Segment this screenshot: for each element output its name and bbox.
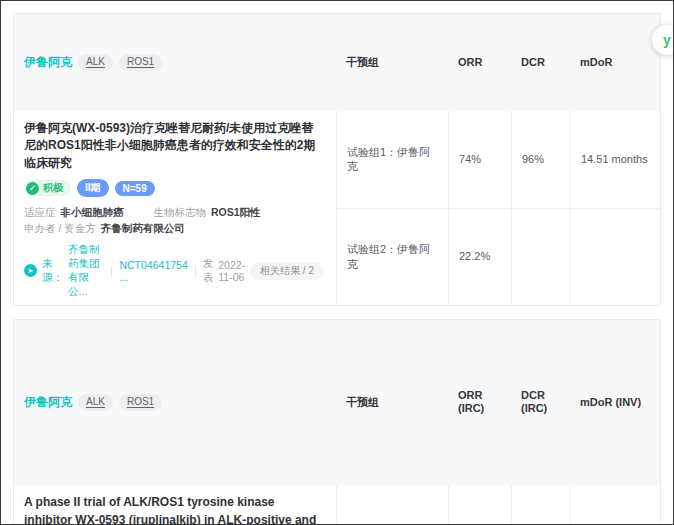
trial-summary: A phase II trial of ALK/ROS1 tyrosine ki… <box>14 485 336 525</box>
trial-title[interactable]: A phase II trial of ALK/ROS1 tyrosine ki… <box>24 494 324 525</box>
results-page: 伊鲁阿克 ALK ROS1 干预组 ORR DCR mDoR 伊鲁阿克(WX-0… <box>0 0 674 525</box>
related-results-badge[interactable]: 相关结果 / 2 <box>250 262 324 280</box>
cell-dcr: 96.6% <box>511 485 570 525</box>
result-badge: ✓ 积极 <box>24 180 71 196</box>
cell-group: 试验组2：伊鲁阿克 <box>336 208 448 305</box>
source-link[interactable]: 齐鲁制药集团有限公... <box>68 243 104 299</box>
column-header-orr: ORR (IRC) <box>448 320 511 486</box>
source-icon: ➤ <box>24 264 37 277</box>
biomarker-value: ROS1阳性 <box>211 204 261 220</box>
indication-row: 适应症 非小细胞肺癌 生物标志物 ROS1阳性 <box>24 204 324 220</box>
gene-tag[interactable]: ROS1 <box>119 54 162 71</box>
gene-tag[interactable]: ALK <box>78 394 113 411</box>
indication-label: 适应症 <box>24 204 56 220</box>
cell-mdor: 13.1 months <box>570 485 660 525</box>
published-label: 发表 <box>203 257 214 285</box>
cell-dcr <box>511 208 570 305</box>
column-header-dcr: DCR <box>511 14 570 111</box>
tag-row: ✓ 积极 II期 N=59 <box>24 179 324 197</box>
check-icon: ✓ <box>26 182 39 195</box>
cell-dcr: 96% <box>511 111 570 208</box>
enrollment-badge: N=59 <box>115 181 155 196</box>
brand-fab[interactable]: y <box>652 25 674 55</box>
cell-mdor: 14.51 months <box>570 111 660 208</box>
column-header-group: 干预组 <box>336 14 448 111</box>
trial-card: 伊鲁阿克 ALK ROS1 干预组 ORR (IRC) DCR (IRC) mD… <box>13 319 661 525</box>
published-date: 2022-11-06 <box>218 259 245 283</box>
column-header-group: 干预组 <box>336 320 448 486</box>
sponsor-value: 齐鲁制药有限公司 <box>101 220 185 236</box>
card-header: 伊鲁阿克 ALK ROS1 <box>14 320 336 486</box>
drug-name-link[interactable]: 伊鲁阿克 <box>24 395 72 410</box>
source-row: ➤ 来源： 齐鲁制药集团有限公... NCT04641754 ... 发表 20… <box>24 243 324 299</box>
column-header-mdor: mDoR (INV) <box>570 320 660 486</box>
gene-tag[interactable]: ALK <box>78 54 113 71</box>
separator <box>111 266 112 276</box>
cell-orr: 67.8% <box>448 485 511 525</box>
cell-orr: 22.2% <box>448 208 511 305</box>
trial-summary: 伊鲁阿克(WX-0593)治疗克唑替尼耐药/未使用过克唑替尼的ROS1阳性非小细… <box>14 111 336 305</box>
column-header-dcr: DCR (IRC) <box>511 320 570 486</box>
sponsor-row: 申办者 / 资金方 齐鲁制药有限公司 <box>24 220 324 236</box>
indication-value: 非小细胞肺癌 <box>61 204 124 220</box>
trial-card: 伊鲁阿克 ALK ROS1 干预组 ORR DCR mDoR 伊鲁阿克(WX-0… <box>13 13 661 306</box>
card-header: 伊鲁阿克 ALK ROS1 <box>14 14 336 111</box>
column-header-mdor: mDoR <box>570 14 660 111</box>
drug-name-link[interactable]: 伊鲁阿克 <box>24 55 72 70</box>
source-link[interactable]: NCT04641754 ... <box>119 259 187 283</box>
cell-group: 试验组：伊鲁阿克 <box>336 485 448 525</box>
cell-group: 试验组1：伊鲁阿克 <box>336 111 448 208</box>
result-badge-label: 积极 <box>43 181 63 195</box>
sponsor-label: 申办者 / 资金方 <box>24 220 96 236</box>
cell-orr: 74% <box>448 111 511 208</box>
trial-title[interactable]: 伊鲁阿克(WX-0593)治疗克唑替尼耐药/未使用过克唑替尼的ROS1阳性非小细… <box>24 120 324 172</box>
biomarker-label: 生物标志物 <box>154 204 207 220</box>
cell-mdor <box>570 208 660 305</box>
phase-badge: II期 <box>77 179 109 197</box>
gene-tag[interactable]: ROS1 <box>119 394 162 411</box>
separator <box>195 266 196 276</box>
column-header-orr: ORR <box>448 14 511 111</box>
source-label: 来源： <box>42 257 63 285</box>
